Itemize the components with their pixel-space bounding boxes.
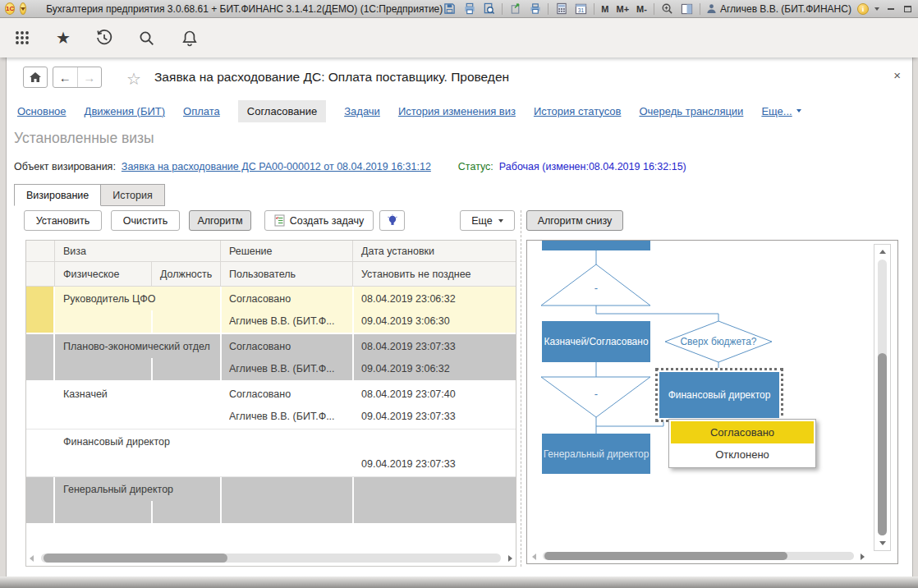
- app-logo-icon: 1С: [5, 2, 15, 15]
- tab-visas[interactable]: Визирование: [14, 184, 101, 206]
- scroll-left-icon[interactable]: [532, 554, 536, 560]
- print-preview-icon[interactable]: [482, 2, 496, 16]
- panel-splitter[interactable]: [521, 210, 521, 567]
- visa-name: Генеральный директор: [63, 484, 215, 495]
- form-close-button[interactable]: ×: [893, 69, 901, 81]
- back-button[interactable]: ←: [53, 67, 78, 87]
- table-row[interactable]: Руководитель ЦФО Согласовано 08.04.2019 …: [26, 287, 516, 334]
- col-user[interactable]: Пользователь: [221, 262, 353, 287]
- col-person[interactable]: Физическое: [55, 262, 152, 287]
- date-set: 08.04.2019 23:06:32: [361, 293, 509, 305]
- branch-condition-minus: -: [594, 388, 598, 400]
- nav-tab-approval-active[interactable]: Согласование: [238, 100, 326, 122]
- row-user: Агличев В.В. (БИТ.Ф...: [229, 411, 348, 422]
- menu-grid-icon[interactable]: [13, 29, 31, 47]
- lightbulb-icon: [387, 214, 398, 227]
- col-visa[interactable]: Виза: [55, 241, 221, 262]
- algorithm-below-button[interactable]: Алгоритм снизу: [526, 210, 623, 231]
- scroll-right-icon[interactable]: [861, 554, 865, 560]
- menu-item-approved[interactable]: Согласовано: [671, 421, 814, 443]
- menu-item-rejected[interactable]: Отклонено: [671, 443, 814, 466]
- table-header-row1: Виза Решение Дата установки: [26, 241, 516, 262]
- flow-node-treasurer[interactable]: Казначей/Согласовано: [542, 321, 650, 362]
- nav-tab-tasks[interactable]: Задачи: [344, 105, 380, 117]
- col-date-set[interactable]: Дата установки: [353, 241, 516, 262]
- chevron-down-icon: [498, 219, 503, 223]
- forward-button[interactable]: →: [78, 67, 102, 87]
- scrollbar-thumb[interactable]: [544, 552, 787, 560]
- deadline: 09.04.2019 3:06:30: [361, 315, 509, 327]
- task-icon: [274, 214, 285, 227]
- info-icon[interactable]: i: [857, 3, 869, 15]
- deadline: 09.04.2019 23:07:33: [361, 411, 509, 422]
- calculator-icon[interactable]: [554, 2, 568, 16]
- table-row[interactable]: Финансовый директор 09.04.2019 23:07:33: [26, 430, 516, 477]
- more-button[interactable]: Еще: [460, 210, 515, 231]
- user-icon: [706, 3, 717, 14]
- col-decision[interactable]: Решение: [221, 241, 353, 262]
- form-navigation: Основное Движения (БИТ) Оплата Согласова…: [17, 99, 904, 123]
- chevron-down-icon: [796, 109, 801, 113]
- table-row[interactable]: Генеральный директор: [26, 477, 516, 525]
- table-row[interactable]: Планово-экономический отдел Согласовано …: [26, 334, 516, 382]
- minimize-button[interactable]: [885, 4, 897, 14]
- scrollbar-thumb[interactable]: [44, 554, 227, 563]
- scroll-down-icon[interactable]: [879, 541, 886, 545]
- object-link[interactable]: Заявка на расходование ДС РА00-000012 от…: [122, 161, 431, 172]
- visa-name: Казначей: [63, 388, 215, 400]
- nav-tab-more[interactable]: Еще...: [761, 105, 801, 117]
- table-row[interactable]: Казначей Согласовано 08.04.2019 23:07:40…: [26, 382, 516, 430]
- scroll-right-icon[interactable]: [508, 555, 512, 562]
- flow-node-top[interactable]: [542, 240, 650, 250]
- calendar-icon[interactable]: 31: [574, 2, 588, 16]
- info-caret-icon[interactable]: [874, 7, 879, 11]
- approval-flowchart-panel: - - Сверх бюджета? Казначей/Согласовано …: [526, 240, 898, 564]
- table-horizontal-scrollbar[interactable]: [30, 553, 512, 563]
- clear-visa-button[interactable]: Очистить: [111, 210, 180, 231]
- split-view-icon[interactable]: [680, 2, 694, 16]
- nav-tab-status-history[interactable]: История статусов: [534, 105, 622, 117]
- flowchart-horizontal-scrollbar[interactable]: [532, 551, 865, 561]
- home-button[interactable]: [23, 67, 48, 88]
- nav-tab-movements[interactable]: Движения (БИТ): [85, 105, 165, 117]
- decision-context-menu: Согласовано Отклонено: [668, 419, 816, 468]
- selected-node-outline: Финансовый директор: [655, 368, 783, 422]
- favorites-star-icon[interactable]: ★: [56, 30, 71, 46]
- maximize-button[interactable]: [902, 4, 914, 14]
- flow-node-financial-director[interactable]: Финансовый директор: [659, 372, 779, 418]
- flow-node-general-director[interactable]: Генеральный директор: [542, 434, 650, 474]
- create-task-button[interactable]: Создать задачу: [264, 210, 374, 231]
- toolbar: Установить Очистить Алгоритм Создать зад…: [7, 210, 912, 235]
- search-icon[interactable]: [138, 29, 156, 47]
- flowchart-vertical-scrollbar[interactable]: [874, 244, 891, 551]
- memory-recall-button[interactable]: M: [600, 4, 609, 14]
- nav-tab-broadcast-queue[interactable]: Очередь трансляции: [639, 105, 743, 117]
- set-visa-button[interactable]: Установить: [24, 210, 102, 231]
- history-icon[interactable]: [95, 29, 113, 47]
- print-settings-icon[interactable]: [528, 2, 542, 16]
- print-icon[interactable]: [462, 2, 476, 16]
- scroll-left-icon[interactable]: [30, 555, 34, 562]
- scrollbar-thumb[interactable]: [878, 353, 887, 535]
- hint-bulb-button[interactable]: [379, 210, 405, 231]
- scroll-up-icon[interactable]: [879, 250, 886, 254]
- tab-history[interactable]: История: [101, 184, 164, 206]
- nav-tab-main[interactable]: Основное: [17, 105, 67, 117]
- main-menu-button[interactable]: [20, 2, 26, 15]
- save-icon[interactable]: [443, 2, 457, 16]
- nav-tab-payment[interactable]: Оплата: [183, 105, 220, 117]
- send-document-icon[interactable]: [508, 2, 522, 16]
- memory-plus-button[interactable]: M+: [615, 4, 630, 14]
- col-deadline[interactable]: Установить не позднее: [353, 262, 516, 287]
- col-position[interactable]: Должность: [152, 262, 221, 287]
- memory-minus-button[interactable]: M-: [636, 4, 648, 14]
- nav-tab-visa-history[interactable]: История изменения виз: [398, 105, 516, 117]
- favorite-toggle-icon[interactable]: ☆: [126, 69, 141, 89]
- notifications-bell-icon[interactable]: [181, 29, 199, 47]
- decision: Согласовано: [229, 341, 348, 352]
- subtabs: Визирование История: [14, 184, 165, 206]
- page-title: Заявка на расходование ДС: Оплата постав…: [154, 70, 509, 85]
- application-window: 1С Бухгалтерия предприятия 3.0.68.61 + Б…: [0, 0, 918, 588]
- algorithm-button[interactable]: Алгоритм: [189, 210, 251, 231]
- zoom-icon[interactable]: [660, 2, 674, 16]
